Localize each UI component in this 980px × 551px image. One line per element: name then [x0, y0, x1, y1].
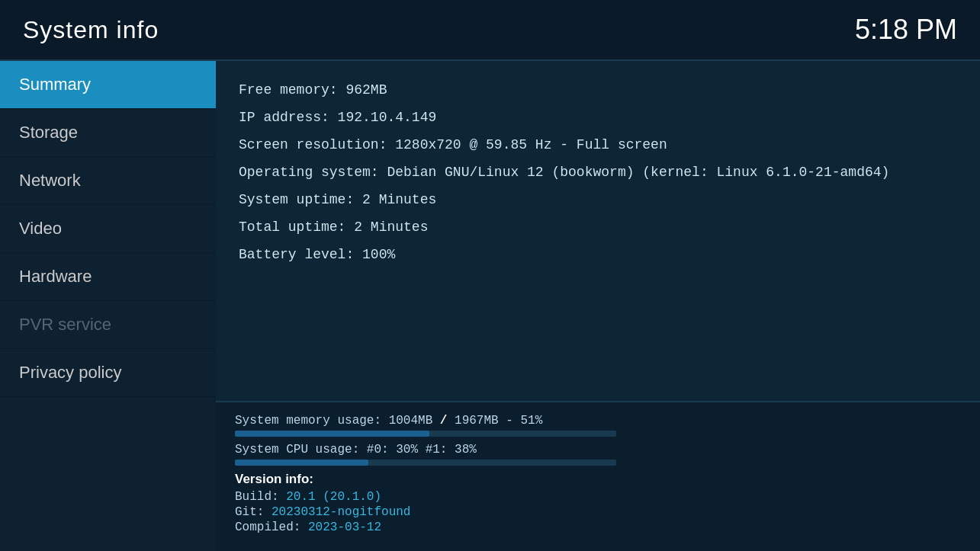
- info-line-os: Operating system: Debian GNU/Linux 12 (b…: [239, 159, 957, 186]
- git-value: 20230312-nogitfound: [272, 505, 410, 519]
- version-section: Version info: Build: 20.1 (20.1.0) Git: …: [235, 472, 961, 534]
- sidebar-item-privacy-policy[interactable]: Privacy policy: [0, 349, 216, 397]
- main-layout: Summary Storage Network Video Hardware P…: [0, 61, 980, 551]
- info-line-total-uptime: Total uptime: 2 Minutes: [239, 213, 957, 241]
- compiled-label: Compiled:: [235, 521, 308, 534]
- build-value: 20.1 (20.1.0): [286, 490, 381, 504]
- version-compiled-line: Compiled: 2023-03-12: [235, 521, 961, 534]
- sidebar-item-network[interactable]: Network: [0, 157, 216, 205]
- compiled-value: 2023-03-12: [308, 521, 381, 534]
- memory-progress-bg: [235, 431, 616, 437]
- app-header: System info 5:18 PM: [0, 0, 980, 61]
- cpu-label: System CPU usage: #0: 30% #1: 38%: [235, 443, 477, 456]
- cpu-progress-fill: [235, 460, 368, 466]
- version-git-line: Git: 20230312-nogitfound: [235, 505, 961, 519]
- sidebar-item-pvr-service: PVR service: [0, 301, 216, 349]
- sidebar-item-storage[interactable]: Storage: [0, 109, 216, 157]
- content-area: Free memory: 962MB IP address: 192.10.4.…: [216, 61, 980, 551]
- info-line-ip: IP address: 192.10.4.149: [239, 104, 957, 131]
- stats-section: System memory usage: 1004MB / 1967MB - 5…: [216, 401, 980, 551]
- sidebar: Summary Storage Network Video Hardware P…: [0, 61, 216, 551]
- sidebar-item-video[interactable]: Video: [0, 205, 216, 253]
- git-label: Git:: [235, 505, 272, 519]
- info-line-uptime: System uptime: 2 Minutes: [239, 186, 957, 213]
- cpu-stat-row: System CPU usage: #0: 30% #1: 38%: [235, 443, 961, 456]
- app-title: System info: [23, 16, 159, 44]
- memory-label: System memory usage: 1004MB: [235, 414, 440, 428]
- info-line-battery: Battery level: 100%: [239, 241, 957, 268]
- cpu-progress-bg: [235, 460, 616, 466]
- version-title: Version info:: [235, 472, 961, 487]
- sidebar-item-summary[interactable]: Summary: [0, 61, 216, 109]
- memory-separator: /: [440, 414, 448, 428]
- memory-label2: 1967MB - 51%: [447, 414, 542, 428]
- sidebar-item-hardware[interactable]: Hardware: [0, 253, 216, 301]
- build-label: Build:: [235, 490, 286, 504]
- info-section: Free memory: 962MB IP address: 192.10.4.…: [216, 61, 980, 401]
- clock-display: 5:18 PM: [855, 14, 957, 46]
- info-line-memory: Free memory: 962MB: [239, 76, 957, 104]
- version-build-line: Build: 20.1 (20.1.0): [235, 490, 961, 504]
- info-line-resolution: Screen resolution: 1280x720 @ 59.85 Hz -…: [239, 131, 957, 159]
- memory-progress-fill: [235, 431, 429, 437]
- memory-stat-row: System memory usage: 1004MB / 1967MB - 5…: [235, 414, 961, 428]
